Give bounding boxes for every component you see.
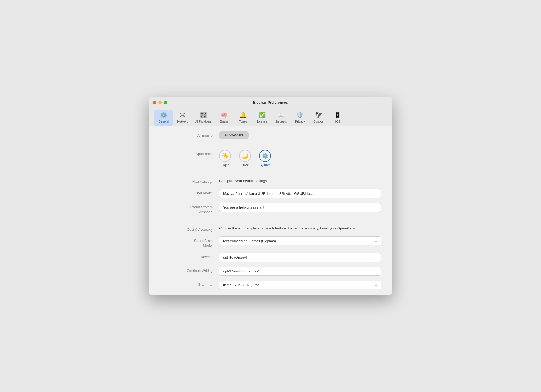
window-title: Elephas Preferences [253,100,288,104]
chat-settings-label: Chat Settings [160,178,219,184]
brains-icon: 🧠 [220,112,228,119]
snippets-icon: 📖 [277,112,285,119]
ios-icon: 📱 [334,112,341,119]
super-brain-model-dropdown[interactable]: text-embedding-3-small (Elephas) ⌄ [219,236,381,245]
continue-writing-row: Continue Writing gpt-3.5-turbo (Elephas)… [160,267,381,276]
support-icon: 🦅 [315,112,322,119]
grammar-dropdown[interactable]: llama3-70b-8192 (Groq) ⌄ [219,281,381,289]
appearance-system[interactable]: ⚙️ System [259,150,271,167]
chevron-down-icon: ⌄ [375,239,377,243]
tab-snippets[interactable]: 📖 Snippets [272,110,291,126]
grammar-row: Grammar llama3-70b-8192 (Groq) ⌄ [160,281,381,289]
tab-tones-label: Tones [239,120,247,123]
chat-settings-section: Chat Settings Configure your default set… [149,173,392,220]
rewrite-label: Rewrite [160,253,219,259]
ai-engine-row: AI Engine AI providers [160,131,381,139]
system-icon: ⚙️ [259,150,271,162]
default-system-message-row: Default SystemMessage [160,203,381,215]
tab-snippets-label: Snippets [275,120,287,123]
grammar-label: Grammar [160,281,219,286]
chat-model-value: MaziyarPanahi/Llama-3-8B-Instruct-32k-v0… [223,192,313,196]
chat-model-label: Chat Model [160,189,219,195]
chevron-down-icon: ⌄ [375,192,377,195]
rewrite-dropdown[interactable]: gpt-4o (OpenAI) ⌄ [219,253,381,262]
default-system-message-content [219,203,381,212]
cost-accuracy-section: Cost & Accuracy Choose the accuracy leve… [149,220,392,295]
cost-accuracy-label: Cost & Accuracy [160,226,219,232]
chevron-down-icon: ⌄ [375,269,377,273]
tab-brains[interactable]: 🧠 Brains [215,110,234,126]
privacy-icon: 🛡️ [296,112,304,119]
tab-ios-label: iOS [335,120,340,123]
light-icon: ☀️ [219,150,231,162]
chevron-down-icon: ⌄ [375,256,377,259]
toolbar: ⚙️ General ⌘ Hotkeys 🎛️ AI Providers 🧠 B… [149,108,392,126]
appearance-dark[interactable]: 🌙 Dark [239,150,251,167]
super-brain-model-content: text-embedding-3-small (Elephas) ⌄ [219,236,381,245]
dark-label: Dark [242,163,248,167]
preferences-window: Elephas Preferences ⚙️ General ⌘ Hotkeys… [149,97,392,295]
cost-accuracy-desc: Choose the accuracy level for each featu… [219,224,358,230]
cost-accuracy-content: Choose the accuracy level for each featu… [219,226,381,230]
appearance-label: Apperance [160,150,219,156]
continue-writing-content: gpt-3.5-turbo (Elephas) ⌄ [219,267,381,276]
chat-model-dropdown[interactable]: MaziyarPanahi/Llama-3-8B-Instruct-32k-v0… [219,189,381,198]
tab-general-label: General [158,120,169,123]
tab-ai-providers-label: AI Providers [195,120,212,123]
tab-license-label: License [257,120,267,123]
tab-hotkeys[interactable]: ⌘ Hotkeys [173,110,192,126]
appearance-content: ☀️ Light 🌙 Dark ⚙️ System [219,150,381,167]
close-button[interactable] [153,101,156,104]
tab-ai-providers[interactable]: 🎛️ AI Providers [192,110,215,126]
chat-settings-row: Chat Settings Configure your default set… [160,178,381,184]
continue-writing-value: gpt-3.5-turbo (Elephas) [223,269,259,273]
content-area: AI Engine AI providers Apperance ☀️ Ligh… [149,126,392,295]
default-system-message-input[interactable] [219,203,381,212]
ai-engine-label: AI Engine [160,131,219,137]
chat-settings-description: Configure your default settings [219,178,381,183]
super-brain-model-row: Super BrainModel text-embedding-3-small … [160,236,381,248]
grammar-content: llama3-70b-8192 (Groq) ⌄ [219,281,381,289]
tab-support[interactable]: 🦅 Support [309,110,328,126]
appearance-light[interactable]: ☀️ Light [219,150,231,167]
maximize-button[interactable] [164,101,167,104]
tab-hotkeys-label: Hotkeys [177,120,188,123]
rewrite-content: gpt-4o (OpenAI) ⌄ [219,253,381,262]
tab-general[interactable]: ⚙️ General [154,110,173,126]
cost-accuracy-row: Cost & Accuracy Choose the accuracy leve… [160,226,381,232]
default-system-message-label: Default SystemMessage [160,203,219,215]
traffic-lights [153,101,167,104]
tones-icon: 🔔 [239,112,247,119]
dark-icon: 🌙 [239,150,251,162]
rewrite-value: gpt-4o (OpenAI) [223,255,248,259]
appearance-options: ☀️ Light 🌙 Dark ⚙️ System [219,150,381,167]
tab-privacy-label: Privacy [295,120,305,123]
chat-model-row: Chat Model MaziyarPanahi/Llama-3-8B-Inst… [160,189,381,198]
continue-writing-label: Continue Writing [160,267,219,273]
system-label: System [260,163,270,167]
minimize-button[interactable] [158,101,162,104]
general-icon: ⚙️ [160,112,167,119]
ai-engine-content: AI providers [219,131,381,139]
tab-ios[interactable]: 📱 iOS [328,110,347,126]
tab-license[interactable]: ✅ License [253,110,272,126]
continue-writing-dropdown[interactable]: gpt-3.5-turbo (Elephas) ⌄ [219,267,381,276]
chat-settings-desc: Configure your default settings [219,177,267,183]
grammar-value: llama3-70b-8192 (Groq) [223,283,261,287]
chevron-down-icon: ⌄ [375,283,377,287]
super-brain-model-label: Super BrainModel [160,236,219,248]
ai-providers-button[interactable]: AI providers [219,131,249,139]
tab-tones[interactable]: 🔔 Tones [234,110,253,126]
ai-providers-icon: 🎛️ [200,112,207,119]
hotkeys-icon: ⌘ [180,112,186,119]
chat-model-content: MaziyarPanahi/Llama-3-8B-Instruct-32k-v0… [219,189,381,198]
rewrite-row: Rewrite gpt-4o (OpenAI) ⌄ [160,253,381,262]
light-label: Light [222,163,229,167]
appearance-row: Apperance ☀️ Light 🌙 Dark ⚙️ S [160,150,381,167]
license-icon: ✅ [258,112,266,119]
super-brain-model-value: text-embedding-3-small (Elephas) [223,239,276,243]
tab-privacy[interactable]: 🛡️ Privacy [291,110,309,126]
tab-support-label: Support [314,120,324,123]
appearance-section: Apperance ☀️ Light 🌙 Dark ⚙️ S [149,144,392,173]
ai-engine-section: AI Engine AI providers [149,126,392,144]
